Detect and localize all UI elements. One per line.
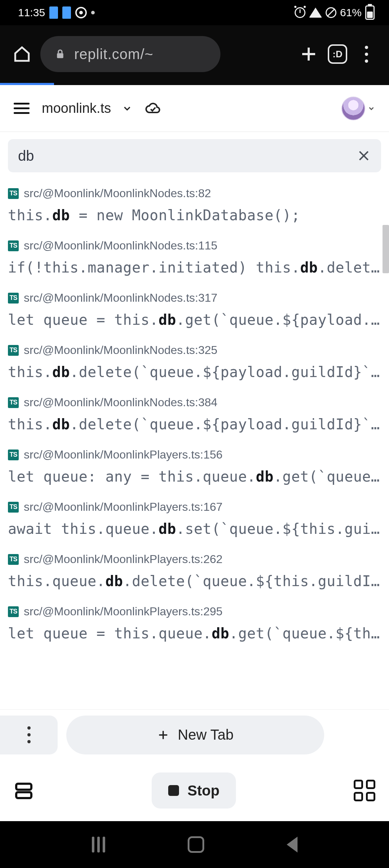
- lock-icon: [55, 49, 66, 59]
- panels-button[interactable]: [14, 780, 34, 801]
- result-code-line: if(!this.manager.initiated) this.db.dele…: [8, 258, 381, 277]
- sync-status-icon[interactable]: [145, 101, 161, 116]
- result-file-path: src/@Moonlink/MoonlinkPlayers.ts:295: [24, 605, 223, 618]
- home-button[interactable]: [13, 45, 31, 63]
- app-indicator-icon: [62, 6, 71, 19]
- typescript-file-icon: TS: [8, 449, 19, 460]
- menu-button[interactable]: [14, 103, 30, 114]
- typescript-file-icon: TS: [8, 606, 19, 617]
- result-file-path: src/@Moonlink/MoonlinkNodes.ts:115: [24, 239, 218, 252]
- clear-search-button[interactable]: [357, 149, 371, 163]
- file-dropdown-button[interactable]: [122, 103, 133, 114]
- new-tab-button[interactable]: New Tab: [66, 716, 324, 754]
- notification-dot-icon: [91, 11, 95, 14]
- android-status-bar: 11:35 61%: [0, 0, 389, 25]
- stop-label: Stop: [188, 783, 220, 799]
- nav-back-button[interactable]: [287, 837, 298, 852]
- battery-icon: [365, 5, 375, 20]
- result-code-line: let queue = this.db.get(`queue.${payload…: [8, 310, 381, 329]
- search-result-item[interactable]: TSsrc/@Moonlink/MoonlinkNodes.ts:384this…: [8, 385, 381, 437]
- do-not-disturb-icon: [326, 7, 336, 18]
- typescript-file-icon: TS: [8, 345, 19, 356]
- search-result-item[interactable]: TSsrc/@Moonlink/MoonlinkPlayers.ts:262th…: [8, 542, 381, 594]
- browser-toolbar: replit.com/~ :D: [0, 25, 389, 83]
- editor-header: moonlink.ts: [0, 85, 389, 132]
- typescript-file-icon: TS: [8, 240, 19, 251]
- typescript-file-icon: TS: [8, 397, 19, 408]
- typescript-file-icon: TS: [8, 502, 19, 513]
- stop-button[interactable]: Stop: [152, 772, 236, 809]
- nav-home-button[interactable]: [188, 836, 204, 853]
- url-text: replit.com/~: [74, 46, 153, 62]
- url-bar[interactable]: replit.com/~: [40, 36, 220, 72]
- app-indicator-icon: [49, 6, 58, 19]
- editor-tab-bar: New Tab: [0, 709, 389, 760]
- search-input[interactable]: db: [8, 139, 381, 172]
- svg-rect-0: [57, 53, 63, 58]
- user-avatar[interactable]: [341, 97, 365, 120]
- android-nav-bar: [0, 821, 389, 868]
- svg-rect-7: [16, 784, 31, 789]
- result-file-path: src/@Moonlink/MoonlinkNodes.ts:82: [24, 187, 211, 200]
- result-file-path: src/@Moonlink/MoonlinkPlayers.ts:262: [24, 553, 223, 566]
- search-result-item[interactable]: TSsrc/@Moonlink/MoonlinkNodes.ts:317let …: [8, 280, 381, 333]
- new-tab-button[interactable]: [299, 44, 318, 64]
- result-code-line: this.db.delete(`queue.${payload.guildId}…: [8, 415, 381, 434]
- result-file-path: src/@Moonlink/MoonlinkPlayers.ts:156: [24, 448, 223, 461]
- current-file-name[interactable]: moonlink.ts: [42, 101, 111, 116]
- result-file-path: src/@Moonlink/MoonlinkNodes.ts:384: [24, 396, 218, 409]
- nav-recents-button[interactable]: [92, 837, 105, 852]
- typescript-file-icon: TS: [8, 188, 19, 199]
- search-results[interactable]: TSsrc/@Moonlink/MoonlinkNodes.ts:82this.…: [0, 172, 389, 709]
- result-code-line: this.db.delete(`queue.${payload.guildId}…: [8, 363, 381, 381]
- result-code-line: this.queue.db.delete(`queue.${this.guild…: [8, 572, 381, 590]
- svg-rect-8: [16, 792, 31, 798]
- stop-icon: [168, 785, 179, 796]
- alarm-icon: [295, 7, 305, 18]
- typescript-file-icon: TS: [8, 554, 19, 565]
- new-tab-label: New Tab: [178, 727, 234, 743]
- wifi-icon: [309, 8, 322, 18]
- result-code-line: let queue = this.queue.db.get(`queue.${t…: [8, 624, 381, 643]
- result-code-line: this.db = new MoonlinkDatabase();: [8, 206, 381, 225]
- result-file-path: src/@Moonlink/MoonlinkPlayers.ts:167: [24, 500, 223, 514]
- typescript-file-icon: TS: [8, 293, 19, 304]
- search-result-item[interactable]: TSsrc/@Moonlink/MoonlinkNodes.ts:82this.…: [8, 176, 381, 228]
- search-result-item[interactable]: TSsrc/@Moonlink/MoonlinkNodes.ts:115if(!…: [8, 228, 381, 280]
- result-code-line: let queue: any = this.queue.db.get(`queu…: [8, 467, 381, 486]
- result-file-path: src/@Moonlink/MoonlinkNodes.ts:325: [24, 344, 218, 357]
- search-result-item[interactable]: TSsrc/@Moonlink/MoonlinkPlayers.ts:156le…: [8, 437, 381, 490]
- user-menu-chevron-icon[interactable]: [367, 105, 375, 112]
- search-query-text: db: [18, 148, 357, 164]
- battery-percent: 61%: [340, 6, 362, 19]
- tabs-button[interactable]: :D: [328, 44, 347, 64]
- tab-options-button[interactable]: [0, 716, 58, 754]
- chrome-icon: [75, 7, 87, 18]
- browser-menu-button[interactable]: [357, 44, 376, 64]
- result-file-path: src/@Moonlink/MoonlinkNodes.ts:317: [24, 291, 218, 305]
- search-result-item[interactable]: TSsrc/@Moonlink/MoonlinkPlayers.ts:167aw…: [8, 490, 381, 542]
- result-code-line: await this.queue.db.set(`queue.${this.gu…: [8, 519, 381, 538]
- status-time: 11:35: [18, 6, 45, 19]
- scrollbar-thumb[interactable]: [383, 225, 389, 273]
- search-result-item[interactable]: TSsrc/@Moonlink/MoonlinkNodes.ts:325this…: [8, 333, 381, 385]
- layout-grid-button[interactable]: [354, 780, 375, 801]
- search-result-item[interactable]: TSsrc/@Moonlink/MoonlinkPlayers.ts:295le…: [8, 594, 381, 646]
- run-controls: Stop: [0, 760, 389, 821]
